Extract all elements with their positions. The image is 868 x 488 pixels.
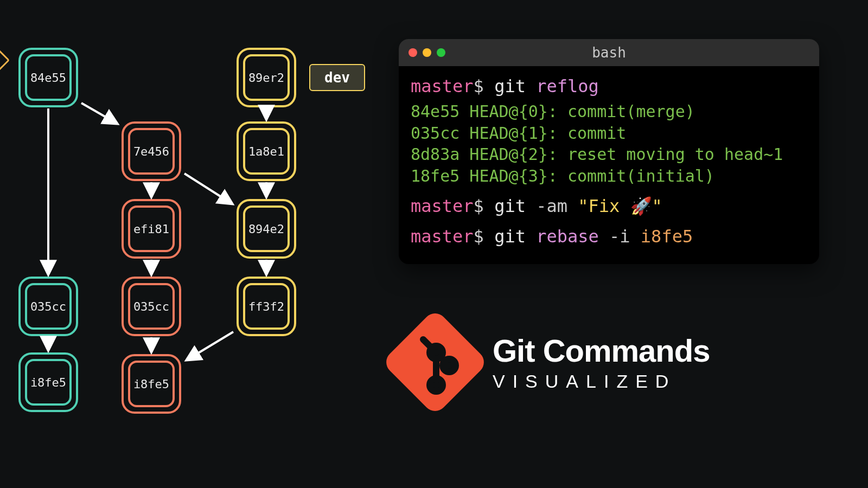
title-text: Git Commands VISUALIZED	[493, 332, 710, 392]
terminal-body[interactable]: master$ git reflog84e55 HEAD@{0}: commit…	[399, 66, 819, 264]
commit-hash: 894e2	[248, 222, 284, 236]
terminal-output-line: 18fe5 HEAD@{3}: commit(initial)	[411, 165, 807, 187]
commit-hash: 035cc	[30, 300, 66, 313]
commit-node-teal-1: 035cc	[18, 277, 78, 336]
cmd-token-flag: -am	[536, 196, 578, 216]
title-block: Git Commands VISUALIZED	[397, 324, 710, 400]
commit-hash: 84e55	[30, 71, 66, 85]
cmd-token-sub: rebase	[536, 226, 609, 247]
commit-node-yellow-3: ff3f2	[237, 277, 296, 336]
commit-node-orange-3: i8fe5	[122, 354, 181, 414]
title-line-2: VISUALIZED	[493, 371, 710, 392]
commit-node-yellow-2: 894e2	[237, 199, 296, 259]
commit-hash: 035cc	[133, 300, 169, 313]
commit-node-teal-0: 84e55	[18, 48, 78, 107]
title-line-1: Git Commands	[493, 332, 710, 369]
prompt-branch: master	[411, 196, 474, 216]
prompt-dollar: $	[474, 226, 495, 247]
svg-line-2	[81, 103, 117, 124]
prompt-branch: master	[411, 226, 474, 247]
svg-point-15	[430, 378, 443, 391]
svg-line-10	[187, 332, 233, 360]
terminal-output-line: 8d83a HEAD@{2}: reset moving to head~1	[411, 144, 807, 165]
cmd-token-cmd: git	[494, 226, 536, 247]
terminal-title: bash	[399, 44, 819, 61]
commit-hash: 1a8e1	[248, 145, 284, 158]
commit-hash: ff3f2	[248, 300, 284, 313]
prompt-dollar: $	[474, 76, 495, 97]
commit-hash: i8fe5	[30, 376, 66, 389]
commit-node-orange-2: 035cc	[122, 277, 181, 336]
cmd-token-cmd: git	[494, 76, 536, 97]
commit-node-yellow-1: 1a8e1	[237, 121, 296, 181]
cmd-token-flag: -i	[609, 226, 641, 247]
terminal-command-line: master$ git reflog	[411, 75, 807, 98]
terminal-titlebar: bash	[399, 39, 819, 66]
terminal-window: bash master$ git reflog84e55 HEAD@{0}: c…	[399, 39, 819, 264]
commit-hash: efi81	[133, 222, 169, 236]
prompt-dollar: $	[474, 196, 495, 216]
commit-hash: i8fe5	[133, 377, 169, 391]
svg-line-6	[184, 174, 232, 204]
prompt-branch: master	[411, 76, 474, 97]
commit-hash: 89er2	[248, 71, 284, 85]
cmd-token-hash: i8fe5	[641, 226, 693, 247]
git-logo-icon	[381, 309, 489, 416]
cmd-token-cmd: git	[494, 196, 536, 216]
stage: 84e55 035cc i8fe5 7e456 efi81 035cc i8fe…	[0, 0, 868, 488]
svg-point-13	[430, 346, 443, 359]
cmd-token-sub: reflog	[536, 76, 599, 97]
commit-node-orange-0: 7e456	[122, 121, 181, 181]
commit-node-teal-2: i8fe5	[18, 352, 78, 412]
svg-point-14	[443, 359, 456, 372]
commit-node-yellow-0: 89er2	[237, 48, 296, 107]
commit-node-orange-1: efi81	[122, 199, 181, 259]
commit-hash: 7e456	[133, 145, 169, 158]
branch-tag-dev: dev	[309, 64, 365, 91]
terminal-output: 84e55 HEAD@{0}: commit(merge)035cc HEAD@…	[411, 101, 807, 187]
terminal-output-line: 035cc HEAD@{1}: commit	[411, 123, 807, 144]
terminal-output-line: 84e55 HEAD@{0}: commit(merge)	[411, 101, 807, 123]
cmd-token-str: "Fix 🚀"	[578, 196, 662, 216]
terminal-command-line: master$ git rebase -i i8fe5	[411, 225, 807, 248]
terminal-command-line: master$ git -am "Fix 🚀"	[411, 195, 807, 217]
edge-accent-diamond	[0, 49, 10, 72]
